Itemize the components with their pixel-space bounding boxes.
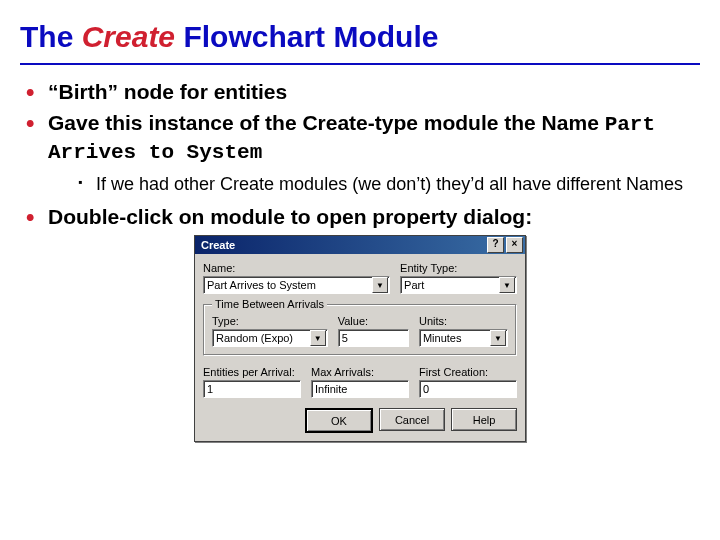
label-first-creation: First Creation: <box>419 366 517 378</box>
label-name: Name: <box>203 262 390 274</box>
first-creation-value: 0 <box>423 383 429 395</box>
title-prefix: The <box>20 20 82 53</box>
name-value: Part Arrives to System <box>207 279 316 291</box>
type-value: Random (Expo) <box>216 332 293 344</box>
entities-per-arrival-field[interactable]: 1 <box>203 380 301 398</box>
help-label: Help <box>473 414 496 426</box>
sub-bullet-list: If we had other Create modules (we don’t… <box>48 173 700 196</box>
label-units: Units: <box>419 315 508 327</box>
chevron-down-icon[interactable]: ▼ <box>372 277 388 293</box>
label-max-arrivals: Max Arrivals: <box>311 366 409 378</box>
ok-label: OK <box>331 415 347 427</box>
title-suffix: Flowchart Module <box>175 20 438 53</box>
time-between-arrivals-group: Time Between Arrivals Type: Random (Expo… <box>203 304 517 356</box>
cancel-button[interactable]: Cancel <box>379 408 445 431</box>
value-value: 5 <box>342 332 348 344</box>
entity-type-value: Part <box>404 279 424 291</box>
close-icon[interactable]: × <box>506 237 523 253</box>
first-creation-field[interactable]: 0 <box>419 380 517 398</box>
help-icon[interactable]: ? <box>487 237 504 253</box>
name-field[interactable]: Part Arrives to System ▼ <box>203 276 390 294</box>
chevron-down-icon[interactable]: ▼ <box>499 277 515 293</box>
chevron-down-icon[interactable]: ▼ <box>490 330 506 346</box>
ok-button[interactable]: OK <box>305 408 373 433</box>
type-field[interactable]: Random (Expo) ▼ <box>212 329 328 347</box>
chevron-down-icon[interactable]: ▼ <box>310 330 326 346</box>
group-title: Time Between Arrivals <box>212 298 327 310</box>
max-arrivals-value: Infinite <box>315 383 347 395</box>
sub-bullet-other-modules: If we had other Create modules (we don’t… <box>78 173 700 196</box>
entity-type-field[interactable]: Part ▼ <box>400 276 517 294</box>
label-entity-type: Entity Type: <box>400 262 517 274</box>
units-field[interactable]: Minutes ▼ <box>419 329 508 347</box>
value-field[interactable]: 5 <box>338 329 409 347</box>
dialog-titlebar[interactable]: Create ? × <box>195 236 525 254</box>
title-divider <box>20 63 700 65</box>
title-emphasis: Create <box>82 20 175 53</box>
max-arrivals-field[interactable]: Infinite <box>311 380 409 398</box>
label-type: Type: <box>212 315 328 327</box>
units-value: Minutes <box>423 332 462 344</box>
label-entities-per-arrival: Entities per Arrival: <box>203 366 301 378</box>
bullet-list: “Birth” node for entities Gave this inst… <box>20 79 700 230</box>
bullet-gave-name: Gave this instance of the Create-type mo… <box>26 110 700 196</box>
create-dialog: Create ? × Name: Part Arrives to System … <box>194 235 526 442</box>
entities-per-arrival-value: 1 <box>207 383 213 395</box>
bullet-birth-node: “Birth” node for entities <box>26 79 700 105</box>
bullet-double-click: Double-click on module to open property … <box>26 204 700 230</box>
slide-title: The Create Flowchart Module <box>20 14 700 63</box>
help-button[interactable]: Help <box>451 408 517 431</box>
bullet-gave-name-text: Gave this instance of the Create-type mo… <box>48 111 605 134</box>
label-value: Value: <box>338 315 409 327</box>
dialog-title: Create <box>201 239 485 251</box>
cancel-label: Cancel <box>395 414 429 426</box>
